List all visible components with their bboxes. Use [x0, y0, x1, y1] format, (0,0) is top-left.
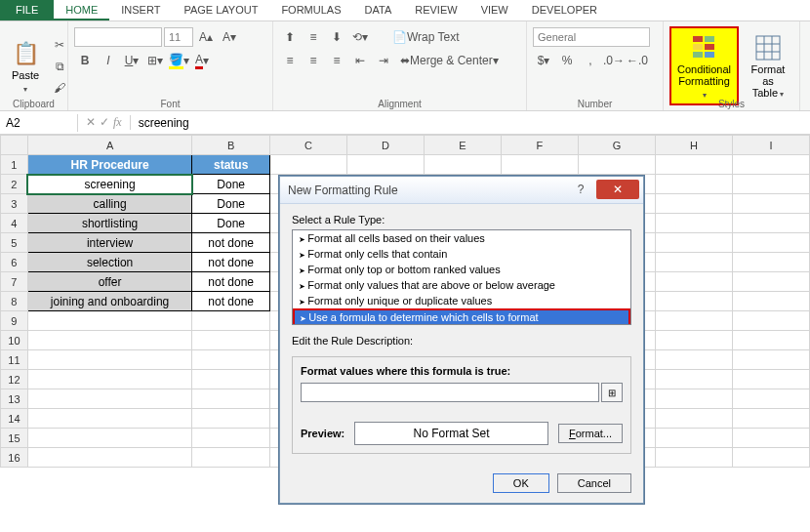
cell[interactable]	[192, 350, 270, 370]
format-as-table-button[interactable]: Format as Table	[743, 30, 793, 102]
cell[interactable]	[732, 272, 809, 292]
cell[interactable]	[27, 331, 192, 350]
cell[interactable]	[578, 155, 655, 175]
increase-font-button[interactable]: A▴	[195, 27, 217, 47]
cell[interactable]	[732, 292, 809, 311]
tab-review[interactable]: REVIEW	[403, 0, 468, 20]
tab-formulas[interactable]: FORMULAS	[269, 0, 352, 20]
orientation-button[interactable]: ⟲▾	[349, 27, 371, 47]
cell[interactable]	[27, 389, 192, 409]
col-header-d[interactable]: D	[346, 136, 424, 155]
decrease-indent-button[interactable]: ⇤	[349, 51, 371, 70]
cell[interactable]: calling	[27, 194, 192, 214]
row-header[interactable]: 15	[1, 429, 28, 448]
cell[interactable]	[655, 448, 732, 468]
cell[interactable]	[732, 155, 809, 175]
cell[interactable]	[732, 409, 809, 429]
tab-home[interactable]: HOME	[54, 0, 109, 20]
font-name-combo[interactable]	[74, 27, 162, 47]
cell[interactable]	[732, 214, 809, 233]
align-middle-button[interactable]: ≡	[303, 27, 324, 47]
font-color-button[interactable]: A▾	[191, 51, 213, 70]
cell[interactable]	[732, 194, 809, 214]
increase-decimal-button[interactable]: .0→	[603, 51, 625, 70]
cell[interactable]	[655, 214, 732, 233]
format-painter-button[interactable]: 🖌	[49, 78, 70, 98]
tab-developer[interactable]: DEVELOPER	[520, 0, 609, 20]
cell[interactable]	[27, 311, 192, 331]
row-header[interactable]: 5	[1, 233, 28, 253]
tab-data[interactable]: DATA	[353, 0, 404, 20]
cell[interactable]: interview	[27, 233, 192, 253]
col-header-f[interactable]: F	[501, 136, 578, 155]
cell[interactable]	[655, 389, 732, 409]
col-header-b[interactable]: B	[192, 136, 270, 155]
cell[interactable]	[192, 331, 270, 350]
cell[interactable]	[655, 253, 732, 272]
cancel-entry-button[interactable]: ✕	[86, 115, 96, 130]
col-header-a[interactable]: A	[27, 136, 192, 155]
percent-button[interactable]: %	[556, 51, 578, 70]
col-header-i[interactable]: I	[732, 136, 809, 155]
cancel-button[interactable]: Cancel	[557, 473, 631, 493]
cell[interactable]	[192, 429, 270, 448]
border-button[interactable]: ⊞▾	[144, 51, 166, 70]
cell[interactable]	[655, 409, 732, 429]
row-header[interactable]: 8	[1, 292, 28, 311]
select-all-corner[interactable]	[1, 136, 28, 155]
col-header-h[interactable]: H	[655, 136, 732, 155]
cell[interactable]	[27, 429, 192, 448]
cell[interactable]	[732, 350, 809, 370]
cell[interactable]: joining and onboarding	[27, 292, 192, 311]
cell[interactable]: HR Procedure	[27, 155, 192, 175]
cell[interactable]	[270, 155, 347, 175]
italic-button[interactable]: I	[98, 51, 119, 70]
dialog-title-bar[interactable]: New Formatting Rule ? ✕	[280, 177, 643, 204]
row-header[interactable]: 3	[1, 194, 28, 214]
cell[interactable]	[27, 448, 192, 468]
cell[interactable]	[732, 233, 809, 253]
cell[interactable]: shortlisting	[27, 214, 192, 233]
cell[interactable]: not done	[192, 272, 270, 292]
tab-insert[interactable]: INSERT	[109, 0, 172, 20]
row-header[interactable]: 2	[1, 175, 28, 194]
cell[interactable]	[501, 155, 578, 175]
paste-button[interactable]: 📋 Paste	[6, 36, 45, 97]
align-left-button[interactable]: ≡	[279, 51, 301, 70]
row-header[interactable]: 4	[1, 214, 28, 233]
col-header-e[interactable]: E	[424, 136, 501, 155]
cell[interactable]	[732, 370, 809, 389]
bold-button[interactable]: B	[74, 51, 96, 70]
cell[interactable]	[655, 194, 732, 214]
formula-input-field[interactable]	[301, 383, 599, 402]
tab-view[interactable]: VIEW	[469, 0, 520, 20]
row-header[interactable]: 6	[1, 253, 28, 272]
cell[interactable]	[655, 292, 732, 311]
conditional-formatting-button[interactable]: Conditional Formatting	[673, 30, 735, 102]
currency-button[interactable]: $▾	[533, 51, 554, 70]
align-center-button[interactable]: ≡	[303, 51, 324, 70]
rule-type-item[interactable]: Format only cells that contain	[293, 246, 630, 262]
cell[interactable]	[655, 155, 732, 175]
wrap-text-button[interactable]: 📄 Wrap Text	[388, 27, 464, 47]
cell[interactable]	[655, 272, 732, 292]
merge-center-button[interactable]: ⬌ Merge & Center ▾	[396, 51, 503, 70]
cell[interactable]: screening	[27, 175, 192, 194]
col-header-c[interactable]: C	[270, 136, 347, 155]
dialog-help-button[interactable]: ?	[569, 180, 592, 199]
cut-button[interactable]: ✂	[49, 35, 70, 55]
cell[interactable]	[655, 350, 732, 370]
cell[interactable]	[655, 175, 732, 194]
rule-type-item[interactable]: Format only unique or duplicate values	[293, 293, 630, 308]
ok-button[interactable]: OK	[493, 473, 549, 493]
increase-indent-button[interactable]: ⇥	[373, 51, 394, 70]
row-header[interactable]: 11	[1, 350, 28, 370]
cell[interactable]	[732, 253, 809, 272]
cell[interactable]	[27, 409, 192, 429]
cell[interactable]	[732, 448, 809, 468]
fx-button[interactable]: fx	[113, 115, 122, 130]
rule-type-item[interactable]: Use a formula to determine which cells t…	[293, 308, 630, 325]
comma-button[interactable]: ,	[580, 51, 601, 70]
row-header[interactable]: 13	[1, 389, 28, 409]
copy-button[interactable]: ⧉	[49, 57, 70, 76]
